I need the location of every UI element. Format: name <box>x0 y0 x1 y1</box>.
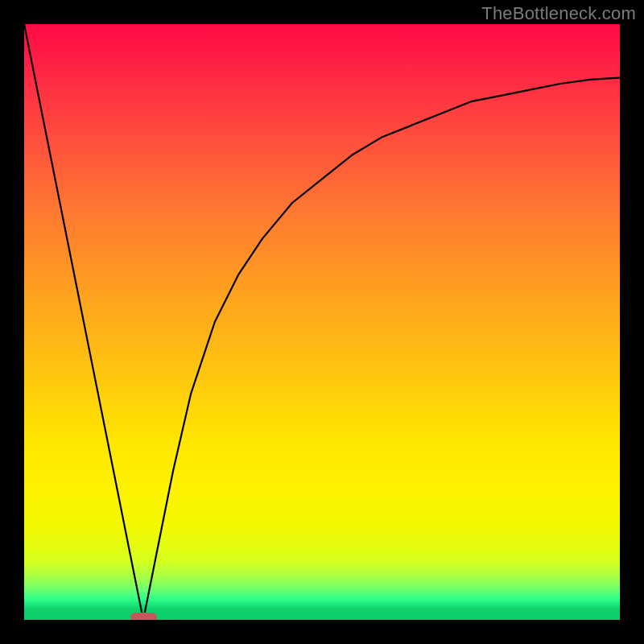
optimal-marker <box>130 613 157 620</box>
chart-frame: TheBottleneck.com <box>0 0 644 644</box>
watermark-text: TheBottleneck.com <box>481 3 636 24</box>
curve-path <box>24 24 620 620</box>
plot-area <box>24 24 620 620</box>
bottleneck-curve <box>24 24 620 620</box>
